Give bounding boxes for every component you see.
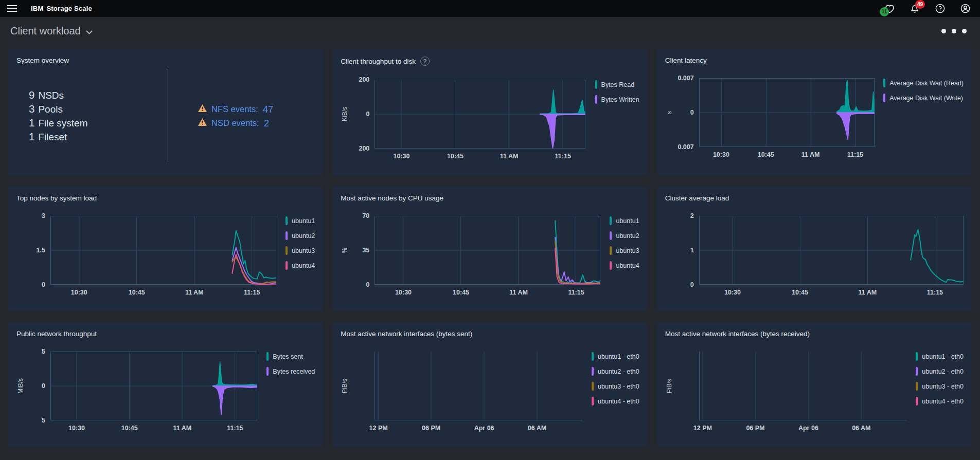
stat-pools: 3Pools (29, 102, 168, 116)
legend-item[interactable]: ubuntu3 - eth0 (916, 382, 964, 391)
x-tick-label: 10:45 (121, 425, 138, 432)
x-axis-ticks: 10:3010:4511 AM11:15 (375, 153, 585, 163)
panel-title: Public network throughput (16, 330, 97, 338)
chart-network-interfaces-bytes-received: PiB/s12 PM06 PMApr 0606 AMubuntu1 - eth0… (665, 352, 964, 435)
legend-label: ubuntu4 - eth0 (598, 398, 639, 405)
chart-legend: Bytes ReadBytes Written (595, 80, 639, 110)
y-axis-ticks (673, 352, 694, 420)
legend-item[interactable]: ubuntu4 (286, 261, 315, 270)
y-axis-unit: s (665, 78, 673, 147)
app-brand: IBMStorage Scale (31, 5, 92, 12)
legend-label: ubuntu4 (292, 262, 315, 269)
x-tick-label: 10:30 (724, 289, 741, 296)
x-tick-label: 11:15 (555, 153, 571, 160)
plot-column: 10:3010:4511 AM11:15 (375, 216, 600, 299)
y-tick-label: 1 (690, 247, 694, 254)
plot-column: 10:3010:4511 AM11:15 (699, 78, 875, 161)
legend-item[interactable]: ubuntu2 (286, 231, 315, 240)
legend-item[interactable]: ubuntu4 (610, 261, 639, 270)
panel-client-latency: Client latency s0.00700.00710:3010:4511 … (657, 49, 972, 175)
x-tick-label: 10:30 (71, 289, 87, 296)
health-button[interactable]: 11 (884, 3, 895, 14)
legend-chip (916, 352, 918, 361)
legend-item[interactable]: ubuntu3 (286, 246, 315, 255)
overview-events: NFS events: 47 NSD events: 2 (198, 102, 273, 130)
panel-title: Most active nodes by CPU usage (341, 194, 443, 202)
legend-item[interactable]: ubuntu1 (610, 216, 639, 225)
legend-item[interactable]: ubuntu2 - eth0 (916, 367, 964, 376)
y-tick-label: 200 (359, 145, 369, 152)
legend-chip (266, 352, 269, 361)
y-tick-label: 0 (366, 281, 369, 288)
dashboard-selector[interactable]: Client workload (10, 25, 93, 37)
legend-item[interactable]: Average Disk Wait (Write) (883, 94, 964, 102)
x-tick-label: 11 AM (858, 289, 877, 296)
help-icon[interactable]: ? (420, 57, 430, 66)
legend-chip (610, 216, 612, 225)
nsd-events-link[interactable]: NSD events: 2 (198, 116, 273, 130)
panel-public-network-throughput: Public network throughput MiB/s50510:301… (8, 322, 323, 447)
legend-label: ubuntu4 (616, 262, 639, 269)
panel-title: Client throughput to disk (341, 58, 416, 65)
nfs-events-link[interactable]: NFS events: 47 (198, 102, 273, 116)
x-tick-label: 11:15 (927, 289, 943, 296)
plot-column: 10:3010:4511 AM11:15 (375, 80, 585, 163)
chart-legend: ubuntu1ubuntu2ubuntu3ubuntu4 (286, 216, 315, 276)
x-tick-label: 06 PM (746, 425, 764, 432)
y-tick-label: 0.007 (678, 143, 693, 151)
chart-legend: ubuntu1 - eth0ubuntu2 - eth0ubuntu3 - et… (592, 352, 639, 412)
plot-area (699, 78, 875, 147)
notifications-button[interactable]: 49 (909, 3, 920, 14)
stat-fileset: 1Fileset (29, 130, 168, 144)
dashboard-overflow-menu-icon[interactable] (941, 29, 970, 33)
legend-item[interactable]: Bytes Read (595, 80, 639, 89)
legend-label: ubuntu3 (616, 247, 639, 254)
menu-icon[interactable] (0, 0, 24, 17)
legend-item[interactable]: ubuntu4 - eth0 (592, 397, 639, 406)
panel-title: System overview (16, 57, 315, 64)
legend-item[interactable]: ubuntu1 - eth0 (916, 352, 964, 361)
x-tick-label: 11:15 (568, 289, 584, 296)
legend-item[interactable]: Bytes sent (266, 352, 315, 361)
legend-item[interactable]: ubuntu3 - eth0 (592, 382, 639, 391)
legend-item[interactable]: ubuntu1 - eth0 (592, 352, 639, 361)
brand-name: Storage Scale (46, 5, 92, 12)
header-actions: 11 49 (884, 3, 980, 14)
legend-item[interactable]: ubuntu1 (286, 216, 315, 225)
chart-legend: ubuntu1 - eth0ubuntu2 - eth0ubuntu3 - et… (916, 352, 964, 412)
help-button[interactable] (934, 3, 946, 14)
legend-item[interactable]: Bytes Written (595, 95, 639, 104)
x-tick-label: 10:30 (393, 153, 409, 160)
legend-label: ubuntu1 (292, 217, 315, 225)
plot-column: 10:3010:4511 AM11:15 (50, 216, 276, 299)
panel-title: Cluster average load (665, 194, 729, 202)
chart-most-active-nodes-by-cpu-usage: %7035010:3010:4511 AM11:15ubuntu1ubuntu2… (341, 216, 639, 299)
y-axis-unit (16, 216, 25, 285)
chart-cluster-average-load: 21010:3010:4511 AM11:15 (665, 216, 964, 299)
x-tick-label: 11 AM (801, 151, 820, 158)
chevron-down-icon (86, 25, 93, 37)
health-badge: 11 (880, 7, 889, 16)
legend-item[interactable]: ubuntu2 - eth0 (592, 367, 639, 376)
user-account-button[interactable] (959, 3, 971, 14)
legend-item[interactable]: Average Disk Wait (Read) (883, 79, 964, 87)
legend-item[interactable]: ubuntu2 (610, 231, 639, 240)
plot-area (375, 216, 600, 285)
chart-canvas (375, 352, 582, 420)
legend-item[interactable]: ubuntu4 - eth0 (916, 397, 964, 406)
page-title: Client workload (10, 25, 81, 37)
chart-legend: ubuntu1ubuntu2ubuntu3ubuntu4 (610, 216, 639, 276)
x-tick-label: 11:15 (227, 425, 243, 432)
overview-divider (168, 69, 168, 162)
x-tick-label: 11:15 (244, 289, 260, 296)
panel-client-throughput-to-disk: Client throughput to disk? KiB/s20002001… (332, 49, 647, 175)
legend-label: ubuntu3 - eth0 (598, 383, 639, 390)
legend-item[interactable]: ubuntu3 (610, 246, 639, 255)
x-tick-label: 10:45 (792, 289, 808, 296)
legend-chip (610, 231, 612, 240)
legend-item[interactable]: Bytes received (266, 367, 315, 376)
y-tick-label: 35 (362, 247, 369, 254)
chart-canvas (50, 216, 276, 285)
y-tick-label: 200 (359, 76, 369, 83)
legend-chip (916, 367, 918, 376)
